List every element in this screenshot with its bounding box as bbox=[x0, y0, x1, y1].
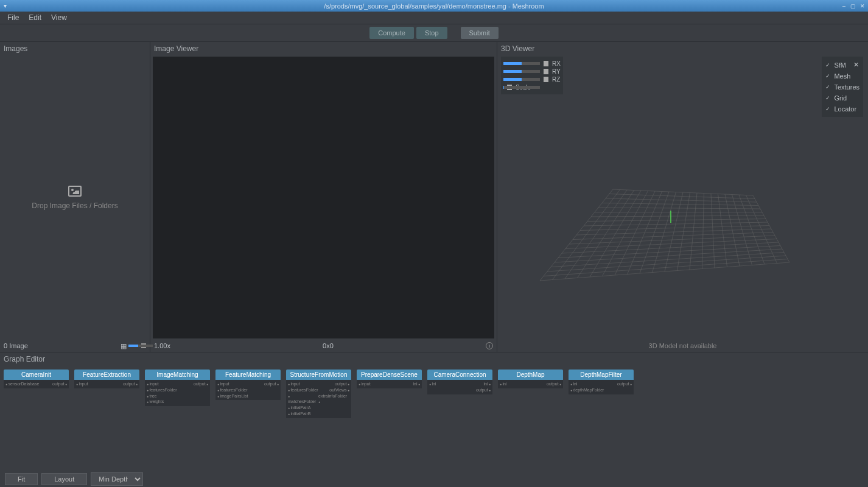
layout-button[interactable]: Layout bbox=[41, 473, 87, 485]
node-preparedensescene[interactable]: PrepareDenseSceneinputini bbox=[357, 370, 422, 388]
image-viewer-title: Image Viewer bbox=[150, 42, 497, 55]
minimize-icon[interactable]: – bbox=[841, 2, 847, 9]
images-drop-area[interactable]: Drop Image Files / Folders bbox=[0, 55, 150, 340]
input-port[interactable]: input bbox=[217, 381, 229, 387]
zoom-level: 1.00x bbox=[154, 342, 170, 349]
3d-viewer-panel: 3D Viewer RX RY RZ Scale ✓SfM✕ ✓Mesh ✓Te… bbox=[497, 42, 868, 352]
node-body: inputini bbox=[357, 380, 422, 388]
input-port[interactable]: input bbox=[147, 381, 159, 387]
input-port[interactable]: initialPairB bbox=[288, 411, 311, 417]
graph-canvas[interactable]: CameraInitsensorDatabaseoutputFeatureExt… bbox=[0, 366, 868, 471]
input-port[interactable]: initialPairA bbox=[288, 405, 311, 411]
node-header[interactable]: PrepareDenseScene bbox=[357, 370, 422, 380]
output-port[interactable]: output bbox=[264, 381, 279, 387]
menu-view[interactable]: View bbox=[46, 12, 72, 23]
compute-button[interactable]: Compute bbox=[369, 27, 414, 39]
input-port[interactable]: sensorDatabase bbox=[5, 381, 39, 387]
node-body: inputoutputfeaturesFoldertreeweights bbox=[145, 380, 210, 406]
3d-viewport[interactable] bbox=[497, 55, 868, 340]
node-header[interactable]: FeatureMatching bbox=[215, 370, 281, 380]
close-icon[interactable]: ✕ bbox=[859, 2, 866, 9]
input-port[interactable]: tree bbox=[147, 393, 156, 399]
output-port[interactable]: ini bbox=[413, 381, 420, 387]
images-title: Images bbox=[0, 42, 150, 55]
input-port[interactable]: matchesFolder bbox=[288, 393, 318, 405]
node-featureextraction[interactable]: FeatureExtractioninputoutput bbox=[74, 370, 139, 388]
input-port[interactable]: featuresFolder bbox=[147, 387, 177, 393]
node-depthmapfilter[interactable]: DepthMapFilterinioutputdepthMapFolder bbox=[569, 370, 634, 394]
menu-edit[interactable]: Edit bbox=[24, 12, 46, 23]
3d-viewer-title: 3D Viewer bbox=[497, 42, 868, 55]
image-count: 0 Image bbox=[4, 342, 28, 349]
graph-editor-title: Graph Editor bbox=[0, 352, 868, 366]
3d-status: 3D Model not available bbox=[497, 340, 868, 352]
input-port[interactable]: input bbox=[288, 381, 300, 387]
input-port[interactable]: ini bbox=[500, 381, 506, 387]
input-port[interactable]: input bbox=[359, 381, 371, 387]
output-port[interactable]: output bbox=[335, 381, 349, 387]
window-titlebar: ▾ /s/prods/mvg/_source_global/samples/ya… bbox=[0, 0, 868, 12]
maximize-icon[interactable]: ▢ bbox=[850, 2, 856, 9]
svg-line-41 bbox=[753, 195, 789, 262]
input-port[interactable]: imagePairsList bbox=[217, 393, 248, 399]
node-featurematching[interactable]: FeatureMatchinginputoutputfeaturesFolder… bbox=[215, 370, 281, 400]
node-header[interactable]: DepthMap bbox=[498, 370, 563, 380]
node-header[interactable]: StructureFromMotion bbox=[286, 370, 351, 380]
depth-select[interactable]: Min Depth bbox=[91, 472, 143, 486]
menu-file[interactable]: File bbox=[2, 12, 24, 23]
svg-line-40 bbox=[613, 189, 753, 195]
node-imagematching[interactable]: ImageMatchinginputoutputfeaturesFoldertr… bbox=[145, 370, 210, 406]
input-port[interactable]: featuresFolder bbox=[217, 387, 248, 393]
node-body: inioutput bbox=[498, 380, 563, 388]
image-icon bbox=[68, 186, 82, 197]
output-port[interactable]: output bbox=[52, 381, 67, 387]
output-port[interactable]: output bbox=[547, 381, 561, 387]
output-port[interactable]: extraInfoFolder bbox=[318, 393, 349, 405]
info-icon[interactable]: i bbox=[486, 342, 493, 349]
node-structurefrommotion[interactable]: StructureFromMotioninputoutputfeaturesFo… bbox=[286, 370, 351, 418]
node-body: inioutputdepthMapFolder bbox=[569, 380, 634, 394]
node-camerainit[interactable]: CameraInitsensorDatabaseoutput bbox=[4, 370, 69, 388]
image-viewport[interactable] bbox=[153, 57, 494, 338]
node-header[interactable]: ImageMatching bbox=[145, 370, 210, 380]
app-menu-icon[interactable]: ▾ bbox=[4, 2, 7, 9]
image-viewer-panel: Image Viewer 1.00x 0x0 i bbox=[150, 42, 497, 352]
image-resolution: 0x0 bbox=[323, 342, 334, 349]
node-body: inputoutput bbox=[74, 380, 139, 388]
node-body: inputoutputfeaturesFolderimagePairsList bbox=[215, 380, 281, 400]
node-cameraconnection[interactable]: CameraConnectioniniinioutput bbox=[427, 370, 492, 394]
stop-button[interactable]: Stop bbox=[416, 27, 447, 39]
fit-button[interactable]: Fit bbox=[5, 473, 38, 485]
node-header[interactable]: DepthMapFilter bbox=[569, 370, 634, 380]
output-port[interactable]: ini bbox=[484, 381, 491, 387]
node-header[interactable]: CameraInit bbox=[4, 370, 69, 380]
drop-label: Drop Image Files / Folders bbox=[32, 201, 117, 210]
input-port[interactable]: depthMapFolder bbox=[570, 387, 604, 393]
output-port[interactable]: output bbox=[194, 381, 208, 387]
input-port[interactable]: input bbox=[76, 381, 88, 387]
grid-plane bbox=[534, 153, 802, 287]
node-body: iniinioutput bbox=[427, 380, 492, 394]
output-port[interactable]: output bbox=[123, 381, 138, 387]
node-body: sensorDatabaseoutput bbox=[4, 380, 69, 388]
thumbnail-size-slider[interactable]: ▦ bbox=[121, 342, 146, 350]
input-port[interactable]: ini bbox=[570, 381, 577, 387]
menu-bar: File Edit View bbox=[0, 12, 868, 24]
node-body: inputoutputfeaturesFolderoutViewsmatches… bbox=[286, 380, 351, 418]
output-port[interactable]: output bbox=[617, 381, 632, 387]
node-header[interactable]: FeatureExtraction bbox=[74, 370, 139, 380]
node-depthmap[interactable]: DepthMapinioutput bbox=[498, 370, 563, 388]
svg-line-36 bbox=[606, 198, 757, 202]
output-port[interactable]: output bbox=[476, 387, 491, 393]
svg-line-39 bbox=[746, 195, 777, 264]
input-port[interactable]: featuresFolder bbox=[288, 387, 318, 393]
input-port[interactable]: weights bbox=[147, 399, 164, 405]
submit-button[interactable]: Submit bbox=[461, 27, 499, 39]
input-port[interactable]: ini bbox=[429, 381, 436, 387]
window-title: /s/prods/mvg/_source_global/samples/yal/… bbox=[324, 2, 544, 10]
output-port[interactable]: outViews bbox=[329, 387, 349, 393]
graph-editor-panel: Graph Editor CameraInitsensorDatabaseout… bbox=[0, 352, 868, 487]
toolbar: Compute Stop Submit bbox=[0, 24, 868, 42]
thumbnail-icon: ▦ bbox=[121, 342, 127, 350]
node-header[interactable]: CameraConnection bbox=[427, 370, 492, 380]
